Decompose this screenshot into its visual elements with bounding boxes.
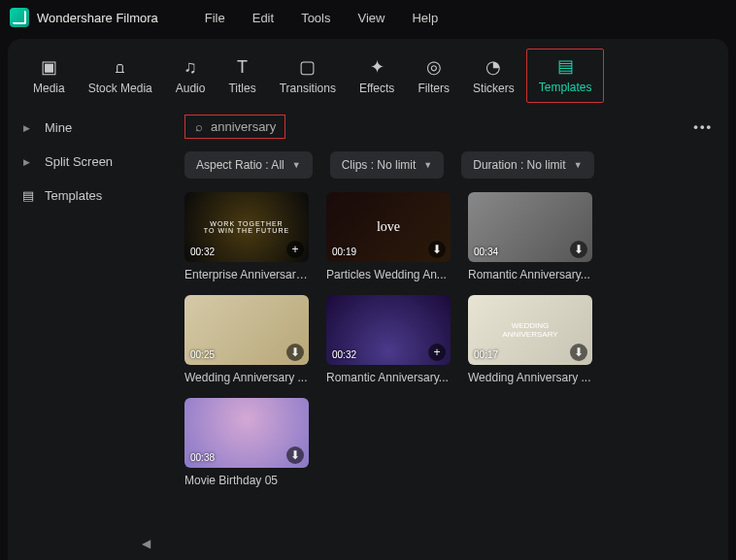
media-icon: ▣ [41, 56, 57, 78]
menu-view[interactable]: View [357, 11, 385, 25]
template-card[interactable]: WORK TOGETHERTO WIN THE FUTURE00:32+Ente… [184, 192, 309, 281]
audio-icon: ♫ [184, 56, 197, 78]
search-input[interactable] [211, 119, 284, 134]
toolbar-label: Effects [359, 82, 394, 95]
template-thumbnail[interactable]: 00:38⬇ [184, 398, 309, 468]
template-title: Movie Birthday 05 [184, 474, 309, 487]
template-thumbnail[interactable]: 00:32+ [326, 295, 451, 365]
search-box[interactable]: ⌕ [184, 115, 285, 139]
toolbar-filters[interactable]: ◎Filters [406, 50, 461, 103]
toolbar-stock-media[interactable]: ⩍Stock Media [77, 50, 164, 103]
chevron-right-icon: ▶ [23, 123, 33, 133]
sidebar: ▶Mine▶Split Screen▤Templates [8, 103, 173, 560]
toolbar-label: Titles [228, 82, 255, 95]
content-area: ▶Mine▶Split Screen▤Templates ⌕ ••• Aspec… [8, 103, 728, 560]
template-thumbnail[interactable]: WORK TOGETHERTO WIN THE FUTURE00:32+ [184, 192, 309, 262]
chevron-down-icon: ▼ [574, 160, 583, 170]
template-title: Enterprise Anniversary... [184, 268, 309, 281]
download-icon[interactable]: ⬇ [286, 446, 304, 464]
template-thumbnail[interactable]: 00:25⬇ [184, 295, 309, 365]
toolbar-titles[interactable]: TTitles [217, 50, 267, 103]
menu-help[interactable]: Help [412, 11, 438, 25]
toolbar-media[interactable]: ▣Media [21, 50, 77, 103]
sidebar-item-templates[interactable]: ▤Templates [8, 179, 173, 213]
toolbar-stickers[interactable]: ◔Stickers [461, 50, 526, 103]
app-title: Wondershare Filmora [37, 11, 158, 25]
menu-file[interactable]: File [205, 11, 225, 25]
chevron-down-icon: ▼ [292, 160, 301, 170]
stock-media-icon: ⩍ [116, 56, 124, 78]
template-duration: 00:34 [474, 247, 498, 257]
filter-aspect-ratio[interactable]: Aspect Ratio : All▼ [184, 151, 313, 179]
filter-label: Aspect Ratio : All [196, 158, 284, 172]
template-duration: 00:38 [190, 452, 215, 463]
toolbar-label: Stock Media [88, 82, 152, 95]
toolbar-label: Filters [418, 82, 450, 95]
collapse-sidebar-icon[interactable]: ◀ [142, 537, 151, 550]
more-icon[interactable]: ••• [693, 119, 713, 134]
template-title: Wedding Anniversary ... [184, 371, 309, 384]
sidebar-item-label: Templates [45, 188, 102, 203]
template-duration: 00:19 [332, 247, 356, 257]
toolbar-label: Audio [176, 82, 206, 95]
toolbar-audio[interactable]: ♫Audio [164, 50, 217, 103]
sidebar-item-label: Mine [45, 120, 72, 135]
template-title: Romantic Anniversary... [468, 268, 592, 281]
toolbar-transitions[interactable]: ▢Transitions [268, 50, 348, 103]
template-duration: 00:17 [474, 349, 498, 360]
template-thumbnail[interactable]: love00:19⬇ [326, 192, 451, 262]
template-duration: 00:32 [190, 247, 215, 257]
template-card[interactable]: WEDDINGANNIVERSARY00:17⬇Wedding Annivers… [468, 295, 592, 384]
chevron-right-icon: ▶ [23, 157, 33, 167]
titles-icon: T [237, 56, 248, 78]
filters-icon: ◎ [426, 56, 442, 78]
filter-duration[interactable]: Duration : No limit▼ [461, 151, 593, 179]
main-area: ⌕ ••• Aspect Ratio : All▼Clips : No limi… [173, 103, 728, 560]
add-icon[interactable]: + [428, 344, 446, 361]
template-title: Romantic Anniversary... [326, 371, 451, 384]
effects-icon: ✦ [370, 56, 385, 78]
template-title: Particles Wedding An... [326, 268, 451, 281]
sidebar-item-split-screen[interactable]: ▶Split Screen [8, 145, 173, 179]
download-icon[interactable]: ⬇ [428, 241, 446, 258]
download-icon[interactable]: ⬇ [570, 344, 587, 361]
template-card[interactable]: 00:38⬇Movie Birthday 05 [184, 398, 309, 487]
template-thumbnail[interactable]: WEDDINGANNIVERSARY00:17⬇ [468, 295, 592, 365]
toolbar-label: Templates [539, 81, 592, 94]
toolbar-label: Transitions [280, 82, 336, 95]
template-card[interactable]: 00:25⬇Wedding Anniversary ... [184, 295, 309, 384]
chevron-down-icon: ▼ [423, 160, 432, 170]
template-card[interactable]: love00:19⬇Particles Wedding An... [326, 192, 451, 281]
download-icon[interactable]: ⬇ [570, 241, 587, 258]
template-grid: WORK TOGETHERTO WIN THE FUTURE00:32+Ente… [184, 192, 717, 487]
main-panel: ▣Media⩍Stock Media♫AudioTTitles▢Transiti… [8, 39, 728, 560]
titlebar: Wondershare Filmora FileEditToolsViewHel… [0, 0, 736, 35]
toolbar-effects[interactable]: ✦Effects [348, 50, 406, 103]
filmora-logo-icon [10, 8, 29, 27]
template-card[interactable]: 00:32+Romantic Anniversary... [326, 295, 451, 384]
template-card[interactable]: 00:34⬇Romantic Anniversary... [468, 192, 592, 281]
search-icon: ⌕ [195, 119, 203, 134]
app-logo: Wondershare Filmora [10, 8, 158, 27]
sidebar-item-label: Split Screen [45, 154, 113, 169]
toolbar-label: Stickers [473, 82, 515, 95]
search-row: ⌕ ••• [184, 111, 717, 142]
menu-bar: FileEditToolsViewHelp [205, 11, 438, 25]
template-duration: 00:32 [332, 349, 356, 360]
filter-row: Aspect Ratio : All▼Clips : No limit▼Dura… [184, 151, 717, 179]
sidebar-item-mine[interactable]: ▶Mine [8, 111, 173, 145]
transitions-icon: ▢ [299, 56, 316, 78]
download-icon[interactable]: ⬇ [286, 344, 304, 361]
toolbar-templates[interactable]: ▤Templates [526, 49, 605, 103]
menu-tools[interactable]: Tools [301, 11, 330, 25]
add-icon[interactable]: + [286, 241, 304, 258]
filter-clips[interactable]: Clips : No limit▼ [330, 151, 445, 179]
templates-icon: ▤ [557, 55, 574, 77]
toolbar: ▣Media⩍Stock Media♫AudioTTitles▢Transiti… [8, 43, 728, 103]
menu-edit[interactable]: Edit [252, 11, 274, 25]
template-thumbnail[interactable]: 00:34⬇ [468, 192, 592, 262]
templates-icon: ▤ [23, 188, 33, 203]
template-title: Wedding Anniversary ... [468, 371, 592, 384]
template-duration: 00:25 [190, 349, 215, 360]
stickers-icon: ◔ [485, 56, 501, 78]
